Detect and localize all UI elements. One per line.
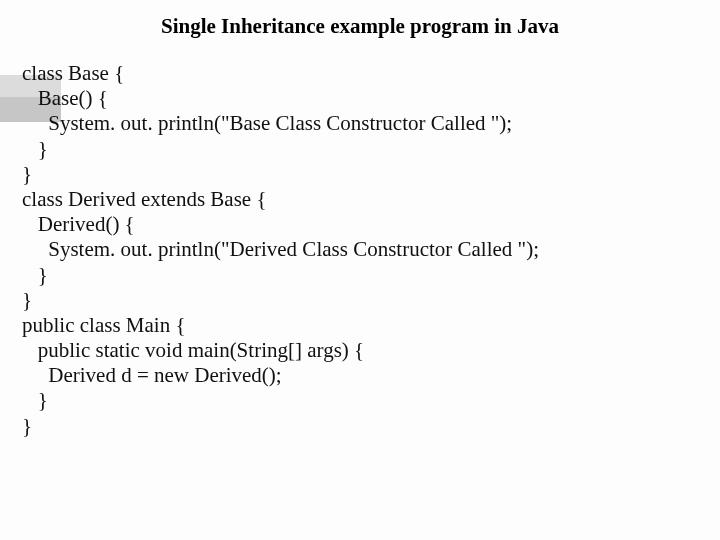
code-line: }: [22, 263, 48, 287]
code-line: }: [22, 137, 48, 161]
code-line: }: [22, 388, 48, 412]
code-line: System. out. println("Base Class Constru…: [22, 111, 512, 135]
code-line: Derived d = new Derived();: [22, 363, 282, 387]
slide-title: Single Inheritance example program in Ja…: [22, 14, 698, 39]
code-line: }: [22, 414, 32, 438]
code-line: }: [22, 288, 32, 312]
code-block: class Base { Base() { System. out. print…: [22, 61, 698, 439]
code-line: Derived() {: [22, 212, 135, 236]
code-line: public static void main(String[] args) {: [22, 338, 364, 362]
code-line: class Derived extends Base {: [22, 187, 267, 211]
code-line: System. out. println("Derived Class Cons…: [22, 237, 539, 261]
code-line: }: [22, 162, 32, 186]
code-line: class Base {: [22, 61, 124, 85]
slide: Single Inheritance example program in Ja…: [0, 0, 720, 540]
code-line: public class Main {: [22, 313, 185, 337]
code-line: Base() {: [22, 86, 108, 110]
